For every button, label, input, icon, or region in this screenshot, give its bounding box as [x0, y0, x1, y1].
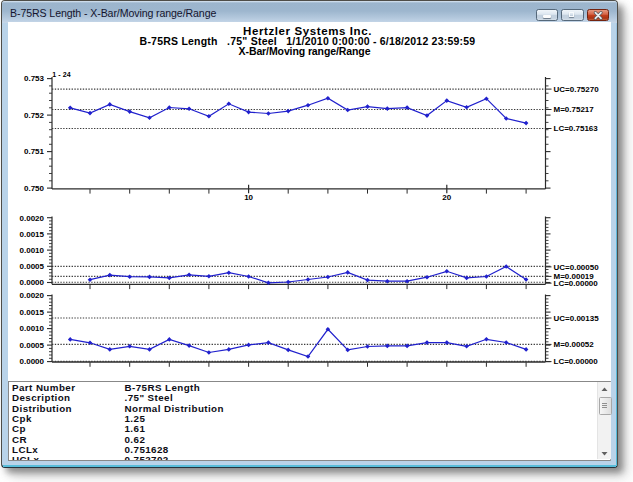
svg-text:20: 20 [442, 193, 451, 202]
svg-text:M=0.75217: M=0.75217 [554, 105, 595, 114]
svg-text:LC=0.00000: LC=0.00000 [554, 357, 599, 366]
svg-text:0.0020: 0.0020 [20, 214, 45, 223]
svg-text:UC=0.75270: UC=0.75270 [554, 85, 600, 94]
svg-text:0.0000: 0.0000 [20, 278, 45, 287]
svg-text:0.0005: 0.0005 [20, 262, 45, 271]
svg-text:LC=0.00000: LC=0.00000 [554, 279, 599, 288]
svg-text:0.752: 0.752 [24, 111, 45, 120]
svg-text:0.0015: 0.0015 [20, 230, 45, 239]
svg-text:1 - 24: 1 - 24 [52, 71, 71, 78]
svg-text:M=0.00052: M=0.00052 [554, 340, 595, 349]
svg-text:0.0000: 0.0000 [20, 357, 45, 366]
svg-text:0.0015: 0.0015 [20, 308, 45, 317]
svg-text:0.0010: 0.0010 [20, 324, 45, 333]
svg-text:10: 10 [244, 193, 253, 202]
svg-text:UC=0.00050: UC=0.00050 [554, 263, 600, 272]
svg-text:0.753: 0.753 [24, 74, 45, 83]
svg-text:UC=0.00135: UC=0.00135 [554, 314, 600, 323]
svg-text:LC=0.75163: LC=0.75163 [554, 124, 599, 133]
svg-text:0.750: 0.750 [24, 184, 45, 193]
svg-text:0.0010: 0.0010 [20, 246, 45, 255]
svg-text:0.751: 0.751 [24, 147, 45, 156]
svg-text:0.0020: 0.0020 [20, 291, 45, 300]
svg-text:0.0005: 0.0005 [20, 341, 45, 350]
